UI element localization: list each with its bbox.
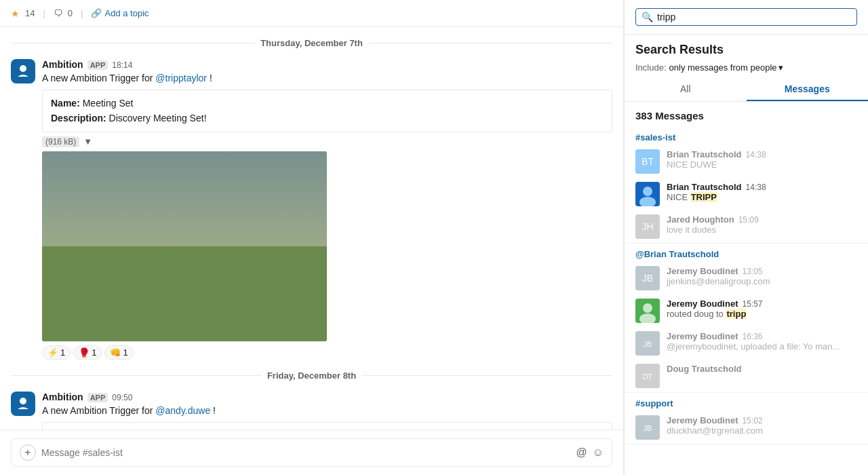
message-card: Name: Meeting Set Description: Discovery…: [42, 90, 612, 132]
avatar: JB: [635, 415, 660, 440]
dropdown-icon[interactable]: ▼: [83, 136, 92, 147]
name-value: Meeting Set: [83, 98, 134, 109]
sender-name[interactable]: Ambition: [42, 392, 83, 402]
result-item[interactable]: Brian Trautschold 14:38 NICE TRIPP: [625, 178, 868, 210]
result-section-support: #support JB Jeremy Boudinet 15:02 dluckh…: [625, 393, 868, 444]
result-sender: Jeremy Boudinet: [667, 415, 738, 425]
result-header: Jared Houghton 15:09: [667, 214, 857, 225]
result-body: Jeremy Boudinet 15:57 routed doug to tri…: [667, 299, 857, 319]
result-sender: Brian Trautschold: [667, 182, 742, 192]
svg-rect-1: [42, 151, 327, 341]
message-input[interactable]: [41, 447, 570, 458]
message-text: A new Ambition Trigger for @andy.duwe !: [42, 404, 612, 418]
svg-point-6: [56, 226, 96, 280]
image-attachment[interactable]: [42, 151, 327, 341]
message-time: 09:50: [112, 393, 132, 402]
result-body: Jeremy Boudinet 13:05 jjenkins@denaligro…: [667, 266, 857, 286]
search-results-title: Search Results: [635, 43, 857, 57]
chat-header: ★ 14 | 🗨 0 | 🔗 Add a topic: [0, 0, 623, 27]
reaction-pill[interactable]: 🥊 1: [73, 345, 102, 360]
reaction-pill[interactable]: 👊 1: [104, 345, 133, 360]
result-text: love it dudes: [667, 225, 857, 235]
svg-line-15: [171, 260, 191, 270]
date-divider-fri: Friday, December 8th: [11, 370, 612, 381]
file-attachment[interactable]: (916 kB) ▼: [42, 136, 612, 147]
star-icon[interactable]: ★: [11, 8, 20, 19]
section-label[interactable]: #support: [625, 393, 868, 411]
add-button[interactable]: +: [20, 444, 36, 461]
at-icon[interactable]: @: [576, 446, 587, 459]
svg-point-10: [113, 253, 134, 278]
result-section-sales: #sales-ist BT Brian Trautschold 14:38 NI…: [625, 127, 868, 244]
svg-rect-13: [163, 263, 179, 297]
app-badge: APP: [87, 60, 108, 70]
result-sender: Jeremy Boudinet: [667, 299, 738, 309]
emoji-icon[interactable]: ☺: [593, 446, 604, 459]
result-item[interactable]: JB Jeremy Boudinet 15:02 dluckhart@trgre…: [625, 411, 868, 444]
result-sender: Jeremy Boudinet: [667, 266, 738, 276]
svg-point-3: [130, 151, 239, 192]
svg-rect-17: [212, 270, 225, 301]
thread-count: 0: [68, 8, 73, 18]
result-sender: Jared Houghton: [667, 214, 734, 225]
result-item[interactable]: Jeremy Boudinet 15:57 routed doug to tri…: [625, 294, 868, 327]
result-time: 13:05: [742, 267, 762, 276]
mention[interactable]: @andy.duwe: [155, 405, 210, 416]
reaction-pill[interactable]: ⚡ 1: [42, 345, 71, 360]
result-item[interactable]: DT Doug Trautschold: [625, 360, 868, 392]
link-icon: 🔗: [91, 8, 102, 18]
section-label[interactable]: #sales-ist: [625, 127, 868, 145]
result-text: NICE TRIPP: [667, 192, 857, 202]
search-icon: 🔍: [642, 12, 653, 22]
result-text: @jeremyboudinet, uploaded a file: Yo man…: [667, 341, 857, 352]
search-input[interactable]: [657, 12, 851, 22]
dance-scene-image: [42, 151, 327, 341]
svg-line-14: [151, 260, 171, 270]
result-text: dluckhart@trgrenait.com: [667, 425, 857, 436]
result-sender: Doug Trautschold: [667, 364, 742, 374]
section-label[interactable]: @Brian Trautschold: [625, 244, 868, 262]
reaction-emoji: 🥊: [79, 347, 90, 358]
chevron-down-icon: ▾: [778, 62, 783, 73]
avatar: BT: [635, 149, 660, 174]
desc-label: Description:: [51, 113, 106, 124]
file-size: (916 kB): [42, 136, 79, 147]
search-header: 🔍: [625, 0, 868, 35]
avatar: JB: [635, 266, 660, 290]
svg-rect-5: [42, 273, 327, 341]
tab-messages[interactable]: Messages: [747, 78, 869, 101]
avatar: JB: [635, 331, 660, 356]
svg-point-20: [280, 259, 299, 282]
tab-all[interactable]: All: [625, 78, 747, 101]
filter-value[interactable]: only messages from people ▾: [669, 62, 783, 73]
svg-point-33: [643, 303, 652, 313]
member-count: 14: [25, 8, 35, 18]
svg-rect-2: [130, 165, 239, 260]
avatar: [11, 392, 35, 416]
result-header: Jeremy Boudinet 13:05: [667, 266, 857, 276]
result-text: NICE DUWE: [667, 159, 857, 170]
message-content: Ambition APP 09:50 A new Ambition Trigge…: [42, 392, 612, 430]
input-icons: @ ☺: [576, 446, 604, 459]
mention[interactable]: @tripptaylor: [155, 73, 207, 83]
filter-label: Include:: [635, 62, 667, 73]
sender-name[interactable]: Ambition: [42, 59, 83, 70]
result-time: 15:09: [738, 215, 759, 225]
result-item[interactable]: JB Jeremy Boudinet 16:36 @jeremyboudinet…: [625, 327, 868, 360]
reaction-emoji: ⚡: [47, 347, 58, 358]
result-item[interactable]: JH Jared Houghton 15:09 love it dudes: [625, 210, 868, 243]
search-tabs: All Messages: [625, 78, 868, 102]
svg-text:JH: JH: [642, 221, 653, 232]
svg-point-26: [643, 187, 652, 196]
svg-point-16: [208, 251, 229, 276]
chat-area: ★ 14 | 🗨 0 | 🔗 Add a topic Thursday, Dec…: [0, 0, 624, 475]
add-topic-link[interactable]: 🔗 Add a topic: [91, 8, 149, 18]
svg-text:JB: JB: [644, 424, 652, 432]
result-item[interactable]: BT Brian Trautschold 14:38 NICE DUWE: [625, 145, 868, 178]
avatar: [635, 299, 660, 323]
message-text: A new Ambition Trigger for @tripptaylor …: [42, 71, 612, 86]
avatar: [635, 182, 660, 206]
date-divider-thu: Thursday, December 7th: [11, 38, 612, 48]
thread-icon: 🗨: [54, 8, 62, 18]
result-item[interactable]: JB Jeremy Boudinet 13:05 jjenkins@denali…: [625, 262, 868, 294]
